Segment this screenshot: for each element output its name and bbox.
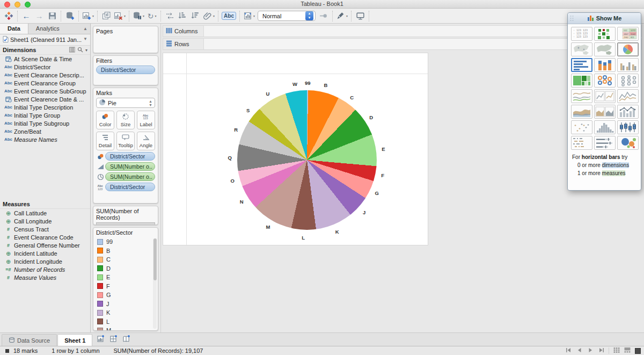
pie-chart[interactable] [237, 90, 377, 230]
legend-item-k[interactable]: K [96, 308, 152, 317]
measure-field-call-latitude[interactable]: ⊕Call Latitude [0, 209, 90, 217]
legend-item-m[interactable]: M [96, 326, 152, 331]
pages-shelf[interactable]: Pages [93, 26, 158, 53]
new-story-button[interactable] [123, 335, 130, 343]
legend-item-c[interactable]: C [96, 255, 152, 264]
clear-sheet-button[interactable]: ▾ [113, 10, 127, 22]
show-me-lines-continuous[interactable] [571, 89, 592, 103]
show-me-filled-map[interactable] [594, 42, 616, 56]
nav-first-button[interactable] [566, 347, 572, 354]
show-me-side-by-side-bars[interactable] [617, 58, 639, 72]
tab-data-source[interactable]: Data Source [2, 334, 57, 346]
pill-sum-number-o[interactable]: SUM(Number o.. [105, 162, 155, 171]
pill-district-sector[interactable]: District/Sector [96, 66, 155, 74]
tab-analytics[interactable]: Analytics [28, 24, 67, 34]
nav-prev-button[interactable] [576, 347, 583, 354]
show-me-scatter-plot[interactable] [571, 120, 592, 134]
show-me-side-by-side-circles[interactable] [617, 74, 639, 88]
drag-grip-icon[interactable] [569, 15, 576, 21]
show-me-area-discrete[interactable] [594, 105, 616, 119]
tableau-logo-button[interactable] [2, 10, 15, 22]
size-button[interactable]: Size [116, 111, 135, 129]
run-update-button[interactable]: ↻▾ [145, 10, 158, 22]
show-me-lines-discrete[interactable] [594, 89, 616, 103]
measure-field-event-clearance-code[interactable]: #Event Clearance Code [0, 233, 90, 241]
nav-last-button[interactable] [598, 347, 604, 354]
undo-button[interactable]: ← [20, 10, 33, 22]
dimension-field-at-scene-date-time[interactable]: At Scene Date & Time [0, 55, 90, 63]
minimize-window-icon[interactable] [14, 2, 20, 8]
angle-button[interactable]: Angle [137, 132, 155, 150]
duplicate-sheet-button[interactable] [100, 10, 113, 22]
legend-scrollbar[interactable] [153, 238, 157, 329]
show-me-packed-bubbles[interactable] [617, 136, 639, 150]
show-me-heat-map[interactable] [594, 27, 616, 41]
legend-item-g[interactable]: G [96, 291, 152, 300]
swap-axes-button[interactable] [163, 10, 176, 22]
measure-field-call-longitude[interactable]: ⊕Call Longitude [0, 217, 90, 225]
dimension-field-event-clearence-date[interactable]: Event Clearence Date & ... [0, 95, 90, 103]
pane-menu-caret-icon[interactable]: ▾ [85, 48, 87, 53]
show-me-highlight-table[interactable]: 5121272184715422982821 [617, 27, 639, 41]
show-me-box-and-whisker[interactable] [617, 120, 639, 134]
show-me-line-chart[interactable] [617, 89, 639, 103]
filters-shelf[interactable]: Filters District/Sector [93, 55, 158, 85]
measure-field-census-tract[interactable]: #Census Tract [0, 225, 90, 233]
pin-button[interactable] [317, 10, 330, 22]
color-button[interactable]: Color [96, 111, 114, 129]
dimension-field-measure-names[interactable]: AbcMeasure Names [0, 135, 90, 143]
dropdown-caret-icon[interactable]: ▾ [124, 14, 126, 18]
pill-district-sector[interactable]: District/Sector [105, 183, 155, 191]
zoom-window-icon[interactable] [25, 2, 31, 8]
tab-sheet-1[interactable]: Sheet 1 [57, 334, 92, 346]
legend-item-b[interactable]: B [96, 247, 152, 256]
sort-ascending-button[interactable] [176, 10, 189, 22]
save-button[interactable] [46, 10, 58, 22]
detail-button[interactable]: Detail [96, 132, 114, 150]
new-worksheet-button[interactable]: ▾ [81, 10, 95, 22]
tooltip-button[interactable]: Tooltip [116, 132, 135, 150]
measure-field-number-of-records[interactable]: =#Number of Records [0, 265, 90, 273]
dimension-field-event-clearance-subgroup[interactable]: AbcEvent Clearance SubGroup [0, 87, 90, 95]
dimension-field-event-clearance-group[interactable]: AbcEvent Clearance Group [0, 79, 90, 87]
show-me-horizontal-bars[interactable] [571, 58, 592, 72]
pause-auto-updates-button[interactable]: ▾ [131, 10, 145, 22]
color-legend-card[interactable]: District/Sector 99BCDEFGJKLM [93, 227, 158, 331]
label-button[interactable]: Abc123Label [137, 111, 155, 129]
tab-data[interactable]: Data [0, 24, 28, 34]
show-me-dual-combination[interactable] [617, 105, 639, 119]
dimension-field-initial-type-group[interactable]: AbcInitial Type Group [0, 111, 90, 119]
view-as-columns-icon[interactable] [69, 47, 75, 54]
show-me-stacked-bars[interactable] [594, 58, 616, 72]
show-me-treemap[interactable] [571, 74, 592, 88]
legend-item-99[interactable]: 99 [96, 237, 152, 247]
dropdown-caret-icon[interactable]: ▾ [92, 14, 94, 18]
show-me-area-continuous[interactable] [571, 105, 592, 119]
pane-control-icon[interactable]: ▲▼ [80, 24, 90, 34]
mark-type-dropdown[interactable]: Pie ▲▼ [96, 98, 155, 108]
sort-descending-button[interactable] [189, 10, 202, 22]
show-tabs-button[interactable] [635, 348, 641, 354]
legend-item-d[interactable]: D [96, 264, 152, 273]
nav-next-button[interactable] [587, 347, 594, 354]
new-worksheet-tab-button[interactable] [97, 335, 105, 343]
show-me-bullet-graph[interactable] [594, 136, 616, 150]
filmstrip-button[interactable] [624, 347, 631, 354]
dropdown-caret-icon[interactable]: ▾ [143, 14, 144, 18]
show-me-gantt[interactable] [571, 136, 592, 150]
sheet-sorter-button[interactable] [613, 347, 620, 354]
pill-district-sector[interactable]: District/Sector [105, 152, 155, 161]
legend-item-f[interactable]: F [96, 282, 152, 291]
add-data-source-button[interactable] [63, 10, 76, 22]
dimension-field-district-sector[interactable]: AbcDistrict/Sector [0, 63, 90, 71]
group-members-button[interactable]: ▾ [202, 10, 216, 22]
dropdown-caret-icon[interactable]: ▾ [253, 14, 255, 18]
show-me-symbol-map[interactable] [571, 42, 592, 56]
dimension-field-zone-beat[interactable]: AbcZone/Beat [0, 127, 90, 135]
legend-item-j[interactable]: J [96, 300, 152, 309]
legend-item-l[interactable]: L [96, 317, 152, 327]
search-icon[interactable] [77, 47, 83, 54]
show-me-histogram[interactable] [594, 120, 616, 134]
measure-field-measure-values[interactable]: #Measure Values [0, 273, 90, 281]
legend-item-e[interactable]: E [96, 273, 152, 282]
